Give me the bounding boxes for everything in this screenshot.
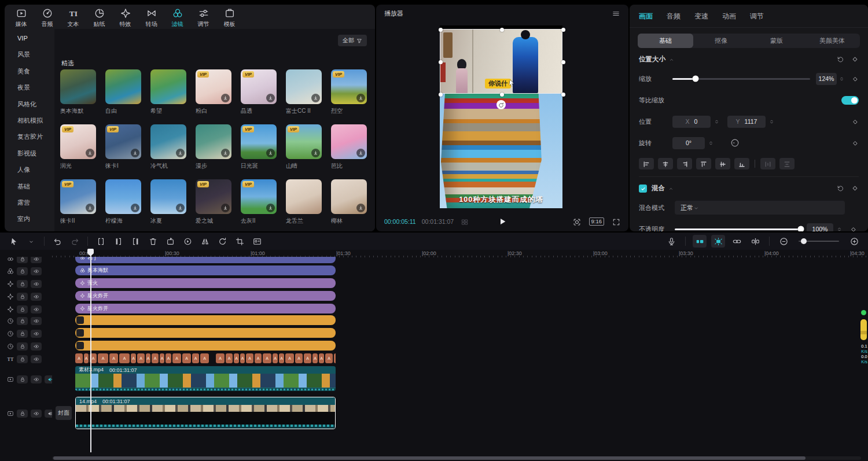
freeze-frame-button[interactable] bbox=[163, 235, 177, 248]
split-left-button[interactable] bbox=[111, 235, 125, 248]
lock-track-button[interactable] bbox=[17, 293, 28, 301]
aspect-ratio-button[interactable]: 9:16 bbox=[589, 217, 605, 226]
effect-clip[interactable]: 星火炸开 bbox=[75, 291, 336, 301]
filter-thumbnail[interactable] bbox=[196, 124, 231, 159]
filter-card[interactable]: VIP 爱之城 bbox=[196, 179, 231, 225]
text-clip[interactable]: A bbox=[182, 353, 191, 363]
text-clip[interactable]: A bbox=[334, 353, 336, 363]
filter-thumbnail[interactable] bbox=[150, 124, 186, 159]
filter-thumbnail[interactable]: VIP bbox=[60, 124, 96, 159]
scrollbar-thumb[interactable] bbox=[53, 456, 806, 460]
download-icon[interactable] bbox=[356, 94, 365, 102]
adjust-clip[interactable]: 布丁 bbox=[75, 257, 336, 263]
align-center-v-button[interactable] bbox=[715, 158, 730, 169]
lock-track-button[interactable] bbox=[17, 280, 28, 288]
scale-stepper[interactable] bbox=[838, 73, 845, 85]
download-icon[interactable] bbox=[221, 149, 230, 157]
filter-card[interactable]: VIP 晶透 bbox=[241, 69, 277, 115]
tab-调节[interactable]: 调节 bbox=[750, 12, 764, 21]
text-clip[interactable]: A bbox=[295, 353, 303, 363]
track-audio-button[interactable] bbox=[45, 410, 52, 418]
filter-thumbnail[interactable]: VIP bbox=[60, 179, 96, 214]
toolbar-item-sticker[interactable]: 贴纸 bbox=[89, 7, 110, 29]
filter-thumbnail[interactable] bbox=[150, 69, 186, 104]
download-icon[interactable] bbox=[356, 204, 365, 212]
text-clip[interactable]: A bbox=[240, 353, 245, 363]
sticker-clip[interactable] bbox=[75, 315, 336, 325]
toggle-track-visibility-button[interactable] bbox=[31, 305, 42, 314]
rotate-handle[interactable] bbox=[496, 100, 506, 109]
sidebar-item[interactable]: 夜景 bbox=[5, 79, 54, 95]
text-clip[interactable]: A bbox=[75, 353, 83, 363]
filter-card[interactable]: VIP 粉白 bbox=[196, 69, 231, 115]
filter-clip[interactable]: 奥本海默 bbox=[75, 265, 336, 275]
position-y-stepper[interactable] bbox=[767, 116, 775, 128]
opacity-keyframe-button[interactable] bbox=[850, 225, 857, 232]
filter-thumbnail[interactable]: VIP bbox=[241, 69, 277, 104]
opacity-stepper[interactable] bbox=[835, 223, 843, 232]
download-icon[interactable] bbox=[266, 149, 275, 157]
toolbar-item-adjust[interactable]: 调节 bbox=[193, 7, 214, 29]
toolbar-item-template[interactable]: 模板 bbox=[219, 7, 240, 29]
filter-all-button[interactable]: 全部 bbox=[338, 35, 367, 46]
toggle-track-visibility-button[interactable] bbox=[31, 317, 42, 325]
filter-thumbnail[interactable] bbox=[60, 69, 96, 104]
text-clip[interactable]: A bbox=[172, 353, 181, 363]
text-clip[interactable]: A bbox=[234, 353, 239, 363]
track-audio-button[interactable] bbox=[45, 375, 52, 383]
download-icon[interactable] bbox=[311, 94, 320, 102]
rotate-keyframe-button[interactable] bbox=[852, 139, 859, 147]
text-clip[interactable]: A bbox=[216, 353, 225, 363]
tab-音频[interactable]: 音频 bbox=[667, 12, 681, 21]
text-clip[interactable]: A bbox=[319, 353, 324, 363]
sticker-clip[interactable] bbox=[75, 328, 336, 338]
subtab-蒙版[interactable]: 蒙版 bbox=[749, 34, 804, 48]
align-left-button[interactable] bbox=[639, 158, 654, 169]
player-menu-icon[interactable] bbox=[612, 9, 620, 18]
collapse-section-icon[interactable] bbox=[669, 56, 674, 63]
download-icon[interactable] bbox=[221, 94, 230, 102]
zoom-in-button[interactable] bbox=[847, 235, 861, 248]
filter-thumbnail[interactable]: VIP bbox=[196, 69, 231, 104]
toggle-track-visibility-button[interactable] bbox=[31, 280, 42, 288]
lock-track-button[interactable] bbox=[17, 330, 28, 338]
toggle-track-visibility-button[interactable] bbox=[31, 342, 42, 351]
preview-quality-icon[interactable] bbox=[573, 216, 581, 227]
filter-card[interactable]: 自由 bbox=[105, 69, 141, 115]
download-icon[interactable] bbox=[311, 149, 320, 157]
subtab-基础[interactable]: 基础 bbox=[638, 34, 693, 48]
toolbar-item-transition[interactable]: 转场 bbox=[141, 7, 162, 29]
toolbar-item-fx[interactable]: 特效 bbox=[115, 7, 136, 29]
filter-card[interactable]: 芭比 bbox=[331, 124, 367, 170]
sidebar-item[interactable]: 影视级 bbox=[5, 145, 54, 161]
text-clip[interactable]: A bbox=[255, 353, 262, 363]
toggle-track-visibility-button[interactable] bbox=[31, 410, 42, 418]
mirror-button[interactable] bbox=[198, 235, 212, 248]
split-button[interactable] bbox=[94, 235, 108, 248]
filter-card[interactable]: 富士CC II bbox=[286, 69, 322, 115]
text-clip[interactable]: A bbox=[285, 353, 294, 363]
tab-画面[interactable]: 画面 bbox=[639, 12, 653, 21]
download-icon[interactable] bbox=[221, 204, 230, 212]
timeline-zoom-slider[interactable] bbox=[799, 241, 839, 242]
filter-card[interactable]: 冰夏 bbox=[150, 179, 186, 225]
toggle-track-visibility-button[interactable] bbox=[31, 257, 42, 263]
filter-thumbnail[interactable]: VIP bbox=[105, 124, 141, 159]
main-clip-frame[interactable]: 100种方块搭建而成的塔 bbox=[440, 94, 562, 208]
toolbar-item-filter[interactable]: 滤镜 bbox=[167, 7, 188, 29]
download-icon[interactable] bbox=[266, 204, 275, 212]
toggle-track-visibility-button[interactable] bbox=[31, 375, 42, 383]
filter-card[interactable]: VIP 山晴 bbox=[286, 124, 322, 170]
text-clip[interactable]: A bbox=[200, 353, 209, 363]
lock-track-button[interactable] bbox=[17, 267, 28, 275]
lock-track-button[interactable] bbox=[17, 355, 28, 363]
toggle-track-visibility-button[interactable] bbox=[31, 355, 42, 363]
undo-button[interactable] bbox=[50, 235, 64, 248]
download-icon[interactable] bbox=[266, 94, 275, 102]
video-preview[interactable]: 你说什 100种方块搭建而成的塔 bbox=[440, 25, 562, 208]
blend-keyframe-icon[interactable] bbox=[851, 185, 859, 193]
download-icon[interactable] bbox=[131, 204, 139, 212]
toolbar-item-audio[interactable]: 音频 bbox=[36, 7, 58, 29]
position-x-stepper[interactable] bbox=[712, 116, 720, 128]
subtab-抠像[interactable]: 抠像 bbox=[693, 34, 749, 48]
